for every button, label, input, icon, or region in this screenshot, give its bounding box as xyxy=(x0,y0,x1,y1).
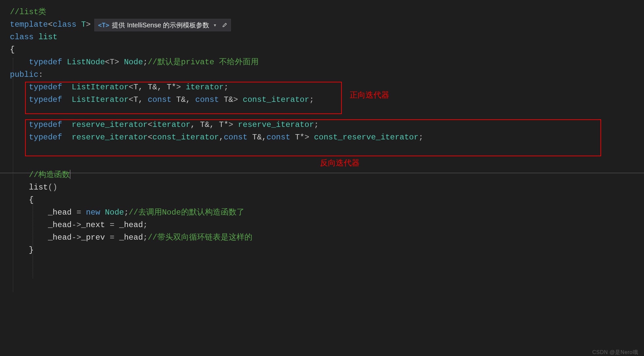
code-line[interactable]: //list类 xyxy=(0,6,644,18)
code-line[interactable]: typedef ListIterator<T, T&, T*> iterator… xyxy=(0,81,644,94)
semicolon: ; xyxy=(314,120,319,129)
keyword-typedef: typedef xyxy=(29,58,62,67)
semicolon: ; xyxy=(143,58,147,67)
alias-node: Node xyxy=(119,58,143,67)
alias-const-reserve-iterator: const_reserve_iterator xyxy=(309,133,418,142)
type-node: Node xyxy=(100,208,124,217)
arg: T& xyxy=(247,133,262,142)
code-line[interactable]: typedef reserve_iterator<iterator, T&, T… xyxy=(0,119,644,131)
brace-close: } xyxy=(29,246,34,254)
code-line[interactable]: typedef ListIterator<T, const T&, const … xyxy=(0,94,644,106)
keyword-public: public xyxy=(10,70,38,79)
keyword-const: const xyxy=(195,95,219,104)
semicolon: ; xyxy=(124,208,129,217)
semicolon: ; xyxy=(143,221,147,229)
semicolon: ; xyxy=(143,233,147,242)
angle-open: < xyxy=(129,95,133,104)
intellisense-tooltip[interactable]: <T> 提供 IntelliSense 的示例模板参数 ▾ xyxy=(94,19,231,31)
member-head: _head xyxy=(119,233,143,242)
type-listiterator: ListIterator xyxy=(62,83,129,92)
keyword-const: const xyxy=(148,95,172,104)
member-head: _head xyxy=(48,208,72,217)
arg: T&, xyxy=(172,95,195,104)
type-listiterator: ListIterator xyxy=(62,95,129,104)
angle-open: < xyxy=(48,20,52,29)
code-line[interactable]: } xyxy=(0,244,644,256)
comment: //去调用Node的默认构造函数了 xyxy=(129,208,244,217)
angle-close: > xyxy=(233,95,238,104)
code-line[interactable] xyxy=(0,156,644,169)
arg: T, xyxy=(133,95,147,104)
pencil-icon[interactable] xyxy=(219,22,231,28)
assign: = xyxy=(105,221,119,229)
comment: //list类 xyxy=(10,8,46,16)
keyword-const: const xyxy=(224,133,247,142)
ctor-name: list xyxy=(29,183,48,192)
code-line[interactable]: public: xyxy=(0,69,644,81)
keyword-class: class xyxy=(10,33,34,42)
arg-const-iterator: const_iterator xyxy=(152,133,219,142)
keyword-typedef: typedef xyxy=(29,83,62,92)
arrow: -> xyxy=(72,233,81,242)
code-line[interactable]: _head->_prev = _head;//带头双向循环链表是这样的 xyxy=(0,231,644,244)
chevron-down-icon[interactable]: ▾ xyxy=(211,22,219,28)
angle-open: < xyxy=(129,83,133,92)
alias-iterator: iterator xyxy=(181,83,224,92)
comment: //构造函数 xyxy=(29,170,70,179)
arg: T& xyxy=(200,120,209,129)
semicolon: ; xyxy=(309,95,314,104)
comment: //带头双向循环链表是这样的 xyxy=(148,233,252,242)
keyword-const: const xyxy=(267,133,290,142)
code-line[interactable]: //构造函数 xyxy=(0,169,644,181)
code-line[interactable] xyxy=(0,144,644,156)
keyword-template: template xyxy=(10,20,48,29)
arg: T& xyxy=(219,95,233,104)
arg-iterator: iterator xyxy=(152,120,190,129)
alias-reserve-iterator: reserve_iterator xyxy=(233,120,314,129)
code-line[interactable] xyxy=(0,106,644,119)
type-param: T xyxy=(77,20,86,29)
code-line[interactable]: _head->_next = _head; xyxy=(0,219,644,231)
semicolon: ; xyxy=(224,83,228,92)
keyword-typedef: typedef xyxy=(29,133,62,142)
code-line[interactable]: _head = new Node;//去调用Node的默认构造函数了 xyxy=(0,206,644,219)
assign: = xyxy=(72,208,86,217)
watermark: CSDN @是Nero哦 xyxy=(592,349,638,356)
class-name: list xyxy=(34,33,57,42)
angle-close: > xyxy=(305,133,309,142)
member-head: _head xyxy=(48,233,72,242)
parens: () xyxy=(48,183,57,192)
arg: T* xyxy=(290,133,305,142)
brace-open: { xyxy=(10,45,15,54)
type-reserve-iterator: reserve_iterator xyxy=(62,133,147,142)
member-prev: _prev xyxy=(81,233,105,242)
code-line[interactable]: typedef reserve_iterator<const_iterator,… xyxy=(0,131,644,144)
intellisense-type-param: <T> xyxy=(95,21,112,29)
member-next: _next xyxy=(81,221,105,229)
angle-close: > xyxy=(229,120,233,129)
keyword-class: class xyxy=(53,20,77,29)
type-reserve-iterator: reserve_iterator xyxy=(62,120,147,129)
comma: , xyxy=(209,120,219,129)
member-head: _head xyxy=(119,221,143,229)
comma: , xyxy=(190,120,200,129)
colon: : xyxy=(38,70,43,79)
template-args: T, T&, T* xyxy=(133,83,176,92)
code-line[interactable]: { xyxy=(0,194,644,206)
code-line[interactable]: list() xyxy=(0,181,644,194)
alias-const-iterator: const_iterator xyxy=(238,95,309,104)
keyword-typedef: typedef xyxy=(29,95,62,104)
code-line[interactable]: { xyxy=(0,44,644,56)
code-line[interactable]: typedef ListNode<T> Node;//默认是private 不给… xyxy=(0,56,644,69)
code-editor[interactable]: //list类 template<class T> class list { t… xyxy=(0,0,644,356)
comma: , xyxy=(219,133,224,142)
semicolon: ; xyxy=(419,133,423,142)
template-args: <T> xyxy=(105,58,119,67)
comma: , xyxy=(262,133,266,142)
comment: //默认是private 不给外面用 xyxy=(148,58,259,67)
code-line[interactable]: class list xyxy=(0,31,644,44)
angle-close: > xyxy=(86,20,90,29)
angle-open: < xyxy=(148,133,152,142)
arg: T* xyxy=(219,120,229,129)
text-caret xyxy=(70,170,70,179)
